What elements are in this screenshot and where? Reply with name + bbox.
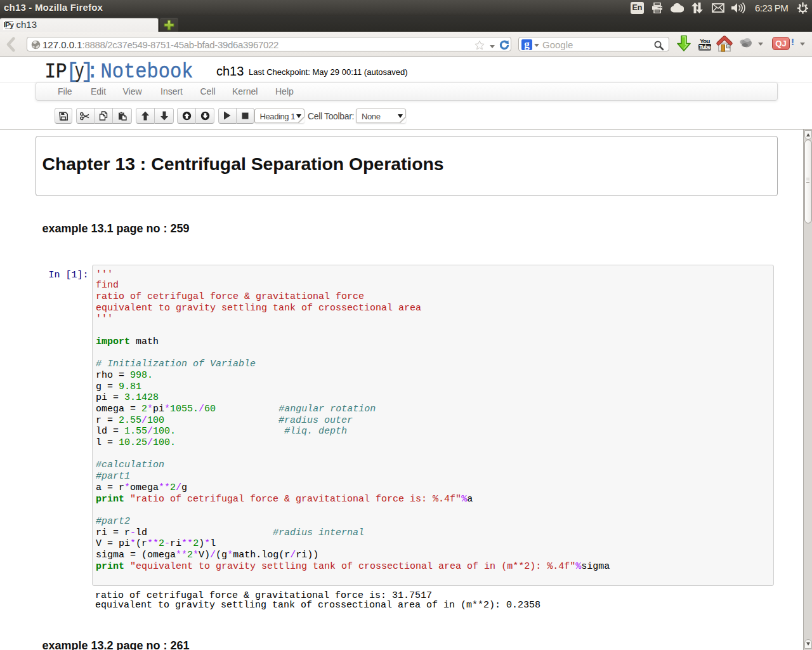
svg-text::: : [86,60,99,84]
svg-text:Notebook: Notebook [101,60,193,84]
svg-text:g: g [524,39,530,50]
svg-text:IP: IP [45,60,67,84]
